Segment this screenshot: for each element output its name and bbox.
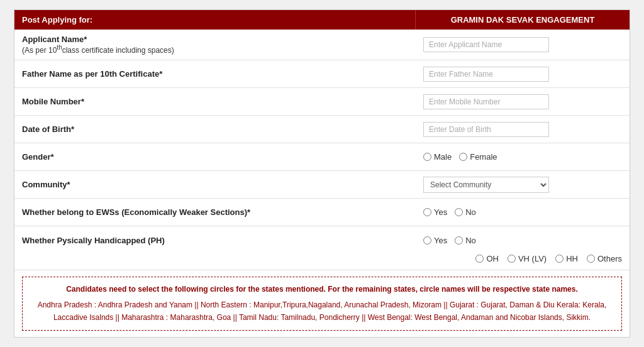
ews-input-col: Yes No — [416, 204, 630, 221]
ph-oh-option[interactable]: OH — [475, 254, 499, 263]
community-row: Community* Select Community UR OBC SC ST — [14, 171, 630, 199]
notice-title: Candidates need to select the following … — [31, 284, 613, 295]
ph-yes-radio[interactable] — [423, 236, 431, 245]
ews-yes-radio[interactable] — [423, 208, 431, 216]
notice-box: Candidates need to select the following … — [22, 277, 622, 331]
ews-label: Whether belong to EWSs (Economically Wea… — [14, 202, 416, 222]
gender-female-radio[interactable] — [459, 153, 467, 161]
ph-row: Whether Pysically Handicapped (PH) Yes N… — [14, 226, 630, 270]
ph-input-col: Yes No — [416, 232, 630, 249]
gender-label: Gender* — [14, 147, 416, 167]
community-select[interactable]: Select Community UR OBC SC ST — [423, 177, 549, 193]
ph-sub-options-row: OH VH (LV) HH Others — [14, 254, 630, 270]
dob-label: Date of Birth* — [14, 119, 416, 139]
ph-oh-radio[interactable] — [475, 255, 484, 263]
ph-label: Whether Pysically Handicapped (PH) — [14, 231, 416, 250]
ph-no-label: No — [465, 236, 476, 245]
ews-no-option[interactable]: No — [455, 207, 476, 217]
father-name-input[interactable] — [423, 67, 549, 82]
ph-vh-radio[interactable] — [508, 255, 516, 263]
applicant-name-label: Applicant Name* (As per 10thclass certif… — [14, 30, 416, 60]
gender-male-radio[interactable] — [423, 153, 431, 161]
ph-hh-label: HH — [566, 254, 578, 263]
gender-female-label: Female — [470, 152, 497, 162]
ph-no-radio[interactable] — [455, 236, 463, 245]
dob-input-col — [416, 118, 630, 141]
mobile-number-input[interactable] — [423, 94, 549, 109]
form-body: Applicant Name* (As per 10thclass certif… — [14, 30, 630, 270]
applicant-name-input-col — [416, 33, 630, 56]
ph-others-option[interactable]: Others — [587, 254, 622, 263]
mobile-number-label: Mobile Number* — [14, 92, 416, 111]
gender-female-option[interactable]: Female — [459, 152, 497, 162]
father-name-label: Father Name as per 10th Certificate* — [14, 64, 416, 84]
ews-no-radio[interactable] — [455, 208, 463, 216]
gender-input-col: Male Female — [416, 148, 630, 165]
form-container: Post Applying for: GRAMIN DAK SEVAK ENGA… — [14, 9, 630, 338]
ph-others-radio[interactable] — [587, 255, 595, 263]
header-post-label: Post Applying for: — [14, 10, 416, 30]
ph-no-option[interactable]: No — [455, 236, 476, 245]
ph-yes-label: Yes — [434, 236, 447, 245]
gender-radio-group: Male Female — [423, 152, 497, 162]
community-label: Community* — [14, 175, 416, 194]
ph-hh-radio[interactable] — [555, 255, 564, 263]
ph-yes-option[interactable]: Yes — [423, 236, 447, 245]
header-row: Post Applying for: GRAMIN DAK SEVAK ENGA… — [14, 10, 630, 30]
ph-vh-label: VH (LV) — [518, 254, 547, 263]
applicant-name-row: Applicant Name* (As per 10thclass certif… — [14, 30, 630, 60]
ph-top-row: Whether Pysically Handicapped (PH) Yes N… — [14, 226, 630, 254]
ews-row: Whether belong to EWSs (Economically Wea… — [14, 199, 630, 226]
header-title: GRAMIN DAK SEVAK ENGAGEMENT — [416, 10, 630, 30]
ph-others-label: Others — [597, 254, 622, 263]
dob-row: Date of Birth* — [14, 116, 630, 143]
father-name-input-col — [416, 63, 630, 85]
ews-no-label: No — [465, 207, 476, 217]
ews-yes-option[interactable]: Yes — [423, 207, 447, 217]
father-name-row: Father Name as per 10th Certificate* — [14, 60, 630, 88]
ews-radio-group: Yes No — [423, 207, 476, 217]
mobile-number-row: Mobile Number* — [14, 88, 630, 116]
ph-oh-label: OH — [486, 254, 499, 263]
ph-hh-option[interactable]: HH — [555, 254, 578, 263]
gender-male-option[interactable]: Male — [423, 152, 452, 162]
notice-text: Andhra Pradesh : Andhra Pradesh and Yana… — [31, 299, 613, 323]
community-input-col: Select Community UR OBC SC ST — [416, 173, 630, 197]
ph-vh-option[interactable]: VH (LV) — [508, 254, 547, 263]
dob-input[interactable] — [423, 122, 549, 137]
ph-radio-group: Yes No — [423, 236, 476, 245]
applicant-name-input[interactable] — [423, 37, 549, 52]
ews-yes-label: Yes — [434, 207, 447, 217]
mobile-number-input-col — [416, 91, 630, 113]
gender-male-label: Male — [434, 152, 452, 162]
gender-row: Gender* Male Female — [14, 143, 630, 171]
